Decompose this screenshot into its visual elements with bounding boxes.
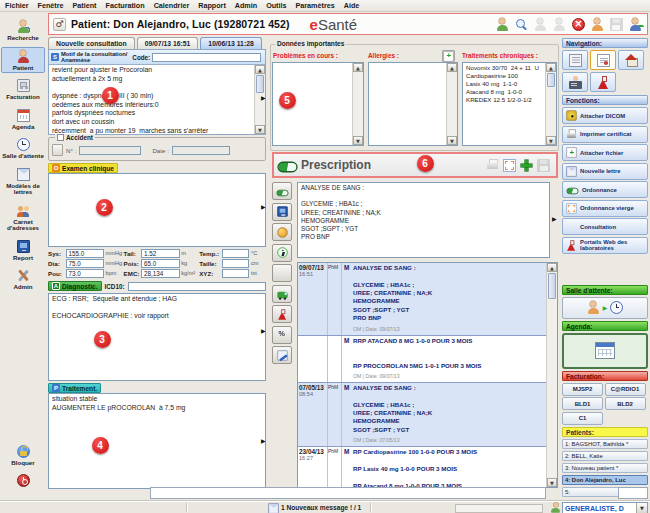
prescription-current-textarea[interactable]: ANALYSE DE SANG : GLYCEMIE ; HBA1c ; URE… [297, 182, 550, 258]
physiotherapy-icon[interactable] [272, 244, 292, 262]
patient-details-icon[interactable] [494, 17, 510, 32]
accident-num-input[interactable] [79, 146, 141, 155]
nav-laboratory-icon[interactable] [590, 72, 616, 92]
examen-textarea[interactable] [48, 173, 266, 247]
patient-item-bell[interactable]: 2: BELL, Katie [562, 451, 648, 462]
menu-item[interactable]: Fichier [5, 1, 29, 10]
message-icon[interactable] [268, 503, 278, 513]
fonction-consultation[interactable]: Consultation [562, 218, 648, 235]
patient-item-don-alejandro[interactable]: 4: Don Alejandro, Luc [562, 475, 648, 486]
nursing-icon[interactable] [272, 264, 292, 282]
facturation-bld1[interactable]: BLD1 [562, 397, 603, 410]
menu-item[interactable]: Outils [266, 1, 286, 10]
fonction-nouvelle-lettre[interactable]: Nouvelle lettre [562, 163, 648, 180]
accident-checkbox[interactable] [57, 134, 64, 141]
scroll-down-icon[interactable]: ▼ [546, 136, 556, 145]
print-prescription-icon[interactable] [486, 159, 499, 172]
bottom-small-input[interactable] [618, 487, 648, 499]
expand-traitement-icon[interactable]: ▶ [261, 437, 266, 444]
scroll-up-icon[interactable]: ▲ [255, 65, 265, 74]
menu-item[interactable]: Facturation [106, 1, 145, 10]
scroll-up-icon[interactable]: ▲ [447, 63, 457, 72]
menu-item[interactable]: Paramètres [296, 1, 335, 10]
sidebar-item-admin[interactable]: Admin [1, 266, 45, 293]
scroll-down-icon[interactable]: ▼ [547, 478, 557, 487]
facturation-bld2[interactable]: BLD2 [605, 397, 646, 410]
practitioner-combobox[interactable]: GENERALISTE, D ▼ [562, 502, 648, 513]
fonction-attacher-dicom[interactable]: Attacher DICOM [562, 107, 648, 124]
sidebar-item-quitter[interactable] [1, 471, 45, 491]
expand-anamnese-icon[interactable]: ▶ [261, 94, 266, 101]
sidebar-item-salle-attente[interactable]: Salle d'attente [1, 135, 45, 162]
menu-item[interactable]: Admin [235, 1, 257, 10]
combo-dropdown-icon[interactable]: ▼ [636, 503, 647, 513]
scroll-thumb[interactable] [548, 273, 556, 299]
scroll-up-icon[interactable]: ▲ [546, 63, 556, 72]
nav-patient-card-icon[interactable] [562, 72, 588, 92]
validate-patient-icon[interactable] [627, 17, 643, 32]
prescription-history-row[interactable]: 09/07/13 16:51 PhM M ANALYSE DE SANG : G… [298, 263, 546, 336]
add-allergy-button[interactable] [442, 50, 455, 62]
scroll-down-icon[interactable]: ▼ [353, 136, 363, 145]
message-count[interactable]: 1 Nouveaux message ! / 1 [281, 504, 361, 511]
prescription-history-row[interactable]: 07/05/13 08:54 PhM M ANALYSE DE SANG : G… [298, 383, 546, 447]
nav-certificate-icon[interactable] [590, 50, 616, 70]
ordonnance-vierge-icon[interactable] [503, 159, 516, 172]
anamnese-textarea[interactable]: revient pour ajuster le Procorolan actue… [49, 65, 265, 134]
laboratory-icon[interactable] [272, 305, 292, 323]
tab-consultation-0907[interactable]: 09/07/13 16:51 [137, 37, 199, 49]
facturation-mjsp2[interactable]: MJSP2 [562, 383, 603, 396]
imaging-icon[interactable] [272, 203, 292, 221]
vital-input[interactable] [222, 269, 250, 278]
sidebar-item-agenda[interactable]: Agenda [1, 106, 45, 133]
sidebar-item-modeles-lettres[interactable]: Modèles de lettres [1, 165, 45, 198]
transport-icon[interactable] [272, 285, 292, 303]
chroniques-listbox[interactable]: Novomix 30/70 24 + 11 U Cardiopasirine 1… [462, 62, 557, 146]
accident-date-input[interactable] [172, 146, 230, 155]
menu-item[interactable]: Calendrier [154, 1, 190, 10]
search-patient-icon[interactable] [513, 17, 529, 32]
vital-input[interactable] [222, 249, 250, 258]
sidebar-item-report[interactable]: Report [1, 237, 45, 264]
prescription-history-list[interactable]: 09/07/13 16:51 PhM M ANALYSE DE SANG : G… [297, 262, 558, 488]
icd10-input[interactable] [128, 282, 267, 291]
tariff-icon[interactable] [272, 223, 292, 241]
scroll-down-icon[interactable]: ▼ [255, 125, 265, 134]
previous-patient-icon[interactable] [532, 17, 548, 32]
sidebar-item-patient[interactable]: Patient [1, 47, 45, 74]
save-icon[interactable] [608, 17, 624, 32]
sidebar-item-facturation[interactable]: Facturation [1, 76, 45, 103]
next-patient-icon[interactable] [551, 17, 567, 32]
fonction-imprimer-certificat[interactable]: Imprimer certificat [562, 126, 648, 143]
vital-input[interactable]: 73.0 [66, 269, 105, 278]
tab-consultation-1006[interactable]: 10/06/13 11:28 [200, 37, 261, 49]
expand-prescription-icon[interactable]: ▶ [552, 215, 557, 222]
bottom-note-input[interactable] [150, 487, 546, 499]
scroll-thumb[interactable] [547, 73, 555, 87]
vital-input[interactable] [222, 259, 250, 268]
medication-icon[interactable] [272, 182, 292, 200]
diagnostic-textarea[interactable]: ECG : RSR; Séquelle ant étendue ; HAG EC… [48, 293, 266, 381]
scroll-up-icon[interactable]: ▲ [353, 63, 363, 72]
patient-item-bagshot[interactable]: 1: BAGSHOT, Bathilda * [562, 439, 648, 450]
fonction-attacher-fichier[interactable]: Attacher fichier [562, 144, 648, 161]
vital-input[interactable]: 65.0 [141, 259, 180, 268]
facturation-cardio1[interactable]: C@RDIO1 [605, 383, 646, 396]
add-prescription-icon[interactable] [520, 159, 533, 172]
menu-item[interactable]: Patient [73, 1, 97, 10]
new-patient-icon[interactable] [589, 17, 605, 32]
close-patient-icon[interactable] [570, 17, 586, 32]
agenda-button[interactable] [562, 333, 648, 369]
expand-examen-icon[interactable]: ▶ [261, 203, 266, 210]
facturation-c1[interactable]: C1 [562, 412, 603, 425]
expand-diagnostic-icon[interactable]: ▶ [261, 327, 266, 334]
menu-item[interactable]: Fenêtre [38, 1, 64, 10]
fonction-ordonnance-vierge[interactable]: Ordonnance vierge [562, 200, 648, 217]
menu-item[interactable]: Aide [344, 1, 360, 10]
traitement-textarea[interactable]: situation stable AUGMENTER LE pROCOROLAN… [48, 393, 266, 489]
code-input[interactable] [152, 53, 261, 62]
scroll-down-icon[interactable]: ▼ [447, 136, 457, 145]
allergies-listbox[interactable]: ▲▼ [368, 62, 458, 146]
percent-icon[interactable] [272, 326, 292, 344]
vital-input[interactable]: 75.0 [66, 259, 105, 268]
